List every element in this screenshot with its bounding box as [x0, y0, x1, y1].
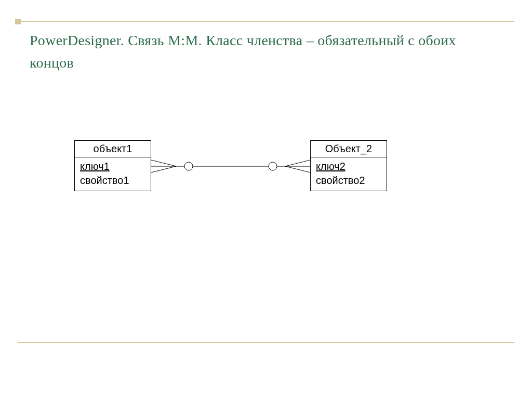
entity2-name: Объект_2	[311, 141, 387, 157]
slide-title: PowerDesigner. Связь M:M. Класс членства…	[18, 29, 514, 74]
entity1-attr: свойство1	[80, 174, 145, 188]
entity-object2: Объект_2 ключ2 свойство2	[310, 140, 387, 191]
entity2-pk: ключ2	[316, 159, 381, 174]
entity2-attributes: ключ2 свойство2	[311, 157, 387, 191]
svg-point-6	[269, 162, 277, 170]
svg-line-10	[285, 166, 310, 172]
er-diagram: объект1 ключ1 свойство1 Объект_2 ключ2 с…	[74, 140, 428, 218]
svg-point-3	[184, 162, 193, 170]
entity1-pk: ключ1	[80, 159, 145, 174]
slide-frame: PowerDesigner. Связь M:M. Класс членства…	[18, 21, 514, 343]
entity1-name: объект1	[75, 141, 151, 157]
accent-square	[15, 19, 21, 24]
svg-line-2	[151, 166, 176, 172]
entity-object1: объект1 ключ1 свойство1	[74, 140, 151, 191]
entity2-attr: свойство2	[316, 174, 381, 188]
svg-line-0	[151, 160, 176, 166]
entity1-attributes: ключ1 свойство1	[75, 157, 151, 191]
svg-line-8	[285, 160, 310, 166]
relationship-connector	[151, 140, 310, 203]
